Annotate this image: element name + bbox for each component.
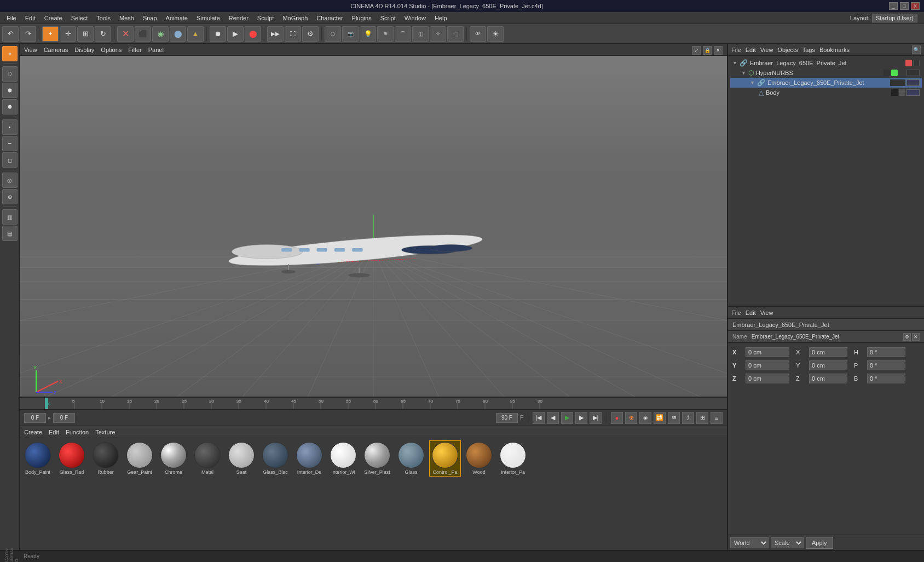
menu-tools[interactable]: Tools: [92, 14, 115, 22]
menu-sculpt[interactable]: Sculpt: [253, 14, 279, 22]
close-button[interactable]: X: [911, 2, 920, 10]
current-frame-display[interactable]: [53, 413, 75, 423]
tool-polygons[interactable]: ◻: [2, 152, 18, 168]
minimize-button[interactable]: _: [889, 2, 898, 10]
maximize-button[interactable]: □: [900, 2, 909, 10]
tree-status-3b[interactable]: [906, 79, 920, 86]
material-item-wood[interactable]: Wood: [463, 440, 495, 477]
tool-bg[interactable]: ▤: [2, 226, 18, 241]
tree-status-render[interactable]: [913, 60, 920, 66]
render-settings-button[interactable]: ⚙: [302, 26, 319, 42]
coord-system-select[interactable]: World Object: [730, 537, 769, 548]
tree-status-visibility[interactable]: [905, 60, 912, 66]
material-item-glass-rad[interactable]: Glass_Rad: [56, 440, 88, 477]
attr-icon-1[interactable]: ⚙: [903, 333, 911, 341]
generator-button[interactable]: ◫: [412, 26, 429, 42]
current-frame-input[interactable]: [24, 413, 46, 423]
obj-menu-file[interactable]: File: [731, 47, 741, 53]
tree-status-4b[interactable]: [899, 89, 905, 96]
apply-button[interactable]: Apply: [806, 537, 833, 549]
menu-create[interactable]: Create: [40, 14, 67, 22]
undo-button[interactable]: ↶: [2, 26, 19, 42]
scene-button[interactable]: ⬚: [447, 26, 464, 42]
menu-animate[interactable]: Animate: [161, 14, 192, 22]
material-item-interior-pa[interactable]: Interior_Pa: [497, 440, 529, 477]
obj-menu-objects[interactable]: Objects: [777, 47, 798, 53]
cam-button[interactable]: 📷: [342, 26, 359, 42]
material-item-interior-wi[interactable]: Interior_Wi: [327, 440, 359, 477]
record-mode-button[interactable]: ●: [611, 412, 623, 424]
render-active-button[interactable]: ▶▶: [267, 26, 284, 42]
light-button[interactable]: 💡: [360, 26, 376, 42]
obj-search-icon[interactable]: 🔍: [912, 45, 921, 54]
vp-menu-view[interactable]: View: [24, 47, 37, 53]
vp-menu-options[interactable]: Options: [101, 47, 122, 53]
spline-button[interactable]: ⌒: [395, 26, 411, 42]
attr-input-y[interactable]: [746, 360, 789, 370]
tool-soft-sel[interactable]: ◎: [2, 173, 18, 188]
viewport-3d[interactable]: Perspective: [20, 56, 727, 397]
play-button[interactable]: ▶: [227, 26, 244, 42]
material-item-rubber[interactable]: Rubber: [90, 440, 122, 477]
viewport[interactable]: View Cameras Display Options Filter Pane…: [20, 44, 727, 397]
tree-status-4c[interactable]: [906, 89, 920, 96]
perspective-button[interactable]: ⬡: [325, 26, 341, 42]
render-button[interactable]: ⛶: [285, 26, 301, 42]
attr-input-z2[interactable]: [809, 374, 847, 383]
mat-menu-function[interactable]: Function: [66, 429, 89, 435]
play-forward-button[interactable]: ▶: [561, 412, 573, 424]
vp-close-icon[interactable]: ✕: [714, 46, 723, 55]
attr-input-b[interactable]: [867, 374, 905, 383]
next-frame-button[interactable]: ▶: [575, 412, 587, 424]
powerslider-button[interactable]: ≡: [711, 412, 723, 424]
rotate-tool-button[interactable]: ↻: [95, 26, 111, 42]
scale-tool-button[interactable]: ⊞: [77, 26, 94, 42]
menu-help[interactable]: Help: [430, 14, 452, 22]
material-item-glass[interactable]: Glass: [395, 440, 427, 477]
light-toggle-button[interactable]: ☀: [487, 26, 504, 42]
menu-character[interactable]: Character: [312, 14, 347, 22]
obj-menu-bookmarks[interactable]: Bookmarks: [819, 47, 850, 53]
tool-paint[interactable]: ⬣: [2, 99, 18, 114]
prev-frame-button[interactable]: ◀: [547, 412, 559, 424]
loop-button[interactable]: 🔁: [654, 412, 666, 424]
material-item-control-pa[interactable]: Control_Pa: [429, 440, 461, 477]
menu-simulate[interactable]: Simulate: [192, 14, 224, 22]
menu-select[interactable]: Select: [67, 14, 93, 22]
menu-render[interactable]: Render: [224, 14, 253, 22]
redo-button[interactable]: ↷: [20, 26, 36, 42]
tree-item-body[interactable]: △ Body: [730, 88, 922, 98]
layout-value[interactable]: Startup (User): [872, 14, 917, 22]
attr-icon-2[interactable]: ✕: [912, 333, 920, 341]
attr-input-p[interactable]: [867, 360, 905, 370]
keyframe-add-button[interactable]: ◈: [639, 412, 651, 424]
null-button[interactable]: ✕: [117, 26, 134, 42]
cube-button[interactable]: ⬛: [135, 26, 151, 42]
obj-menu-edit[interactable]: Edit: [746, 47, 756, 53]
menu-mograph[interactable]: MoGraph: [278, 14, 312, 22]
keyframe-button[interactable]: ⏺: [210, 26, 226, 42]
tool-select[interactable]: ✦: [2, 46, 18, 61]
material-item-silver-plast[interactable]: Silver_Plast: [361, 440, 393, 477]
menu-file[interactable]: File: [2, 14, 21, 22]
tree-arrow-1[interactable]: ▼: [732, 60, 737, 66]
mat-menu-texture[interactable]: Texture: [95, 429, 115, 435]
attr-input-y2[interactable]: [809, 360, 847, 370]
menu-script[interactable]: Script: [376, 14, 400, 22]
material-item-metal[interactable]: Metal: [192, 440, 223, 477]
tree-arrow-3[interactable]: ▼: [750, 80, 755, 85]
cylinder-button[interactable]: ⬤: [170, 26, 186, 42]
sphere-button[interactable]: ◉: [152, 26, 169, 42]
tree-status-2d[interactable]: [906, 70, 920, 76]
mat-menu-create[interactable]: Create: [24, 429, 42, 435]
select-tool-button[interactable]: ✦: [42, 26, 59, 42]
material-item-body-paint[interactable]: Body_Paint: [22, 440, 54, 477]
move-tool-button[interactable]: ✛: [60, 26, 76, 42]
material-item-gear-paint[interactable]: Gear_Paint: [124, 440, 155, 477]
menu-edit[interactable]: Edit: [21, 14, 40, 22]
tree-arrow-2[interactable]: ▼: [741, 70, 746, 76]
tool-floor[interactable]: ▥: [2, 209, 18, 225]
vp-menu-cameras[interactable]: Cameras: [44, 47, 68, 53]
attr-menu-view[interactable]: View: [760, 309, 773, 316]
tool-model[interactable]: ⬡: [2, 66, 18, 82]
